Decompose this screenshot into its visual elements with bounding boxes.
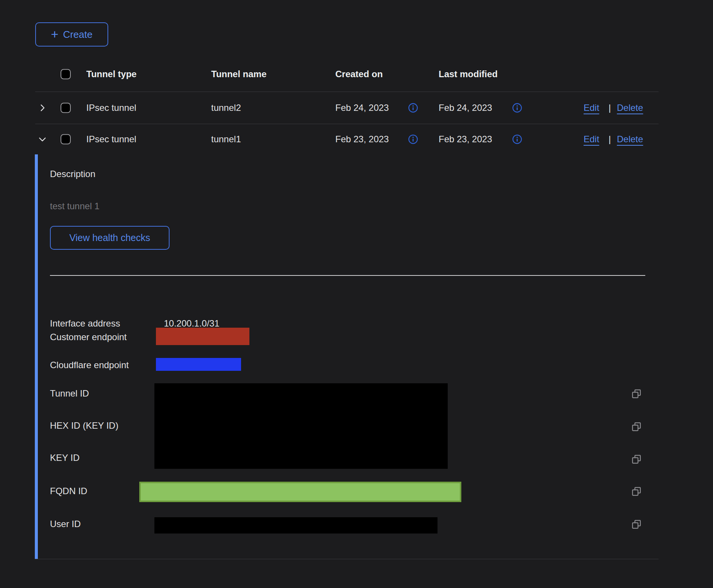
tunnel-id-label: Tunnel ID [50,388,89,399]
action-separator: | [609,103,611,113]
chevron-right-icon [37,103,47,113]
modified-info-button[interactable] [512,134,522,145]
expanded-row-accent-bar [35,154,38,559]
cloudflare-endpoint-redacted-value [156,358,241,371]
plus-icon: + [51,28,59,40]
tunnel-name-cell: tunnel1 [211,134,241,145]
interface-address-label: Interface address [50,318,120,329]
last-modified-cell: Feb 23, 2023 [439,134,492,145]
user-id-redacted-value [154,517,437,534]
fqdn-id-redacted-value [139,482,461,502]
key-id-label: KEY ID [50,453,79,463]
info-icon [512,134,522,145]
action-separator: | [609,134,611,145]
copy-icon [631,388,642,400]
last-modified-cell: Feb 24, 2023 [439,103,492,113]
copy-icon [631,519,642,530]
description-value: test tunnel 1 [50,201,100,212]
delete-link[interactable]: Delete [617,103,643,113]
header-tunnel-type: Tunnel type [86,69,137,79]
cloudflare-endpoint-label: Cloudflare endpoint [50,360,129,370]
select-all-checkbox[interactable] [61,69,71,79]
copy-icon [631,454,642,465]
info-icon [512,103,522,113]
tunnel-type-cell: IPsec tunnel [86,103,136,113]
interface-address-value: 10.200.1.0/31 [164,318,220,329]
copy-icon [631,421,642,432]
modified-info-button[interactable] [512,103,522,113]
copy-icon [631,486,642,497]
create-button[interactable]: + Create [35,22,108,47]
tunnel-type-cell: IPsec tunnel [86,134,136,145]
edit-link[interactable]: Edit [584,134,599,145]
copy-hex-id-button[interactable] [630,421,643,433]
panel-divider [50,275,645,276]
ids-redacted-block [154,383,448,469]
tunnel-name-cell: tunnel2 [211,103,241,113]
info-icon [408,103,418,113]
created-on-cell: Feb 24, 2023 [335,103,389,113]
customer-endpoint-label: Customer endpoint [50,332,127,342]
hex-id-label: HEX ID (KEY ID) [50,420,118,431]
expand-row-button[interactable] [36,101,49,115]
header-tunnel-name: Tunnel name [211,69,266,79]
created-info-button[interactable] [408,103,418,113]
copy-tunnel-id-button[interactable] [630,388,643,400]
delete-link[interactable]: Delete [617,134,643,145]
copy-key-id-button[interactable] [630,454,643,466]
info-icon [408,134,418,145]
fqdn-id-label: FQDN ID [50,486,87,496]
collapse-row-button[interactable] [36,132,49,146]
table-row: IPsec tunnel tunnel1 Feb 23, 2023 Feb 23… [35,124,659,154]
edit-link[interactable]: Edit [584,103,599,113]
create-button-label: Create [63,29,92,40]
header-last-modified: Last modified [439,69,498,79]
chevron-down-icon [37,134,47,144]
table-header-row: Tunnel type Tunnel name Created on Last … [35,57,659,92]
created-on-cell: Feb 23, 2023 [335,134,389,145]
customer-endpoint-redacted-value [156,328,249,345]
view-health-checks-button[interactable]: View health checks [50,226,170,250]
description-label: Description [50,169,95,179]
row-checkbox[interactable] [61,134,71,145]
row-checkbox[interactable] [61,103,71,113]
header-created-on: Created on [335,69,383,79]
tunnels-page: + Create Tunnel type Tunnel name Created… [0,0,713,588]
copy-fqdn-id-button[interactable] [630,486,643,498]
created-info-button[interactable] [408,134,418,145]
panel-bottom-border [35,559,659,559]
user-id-label: User ID [50,519,81,529]
copy-user-id-button[interactable] [630,519,643,531]
table-row: IPsec tunnel tunnel2 Feb 24, 2023 Feb 24… [35,92,659,124]
